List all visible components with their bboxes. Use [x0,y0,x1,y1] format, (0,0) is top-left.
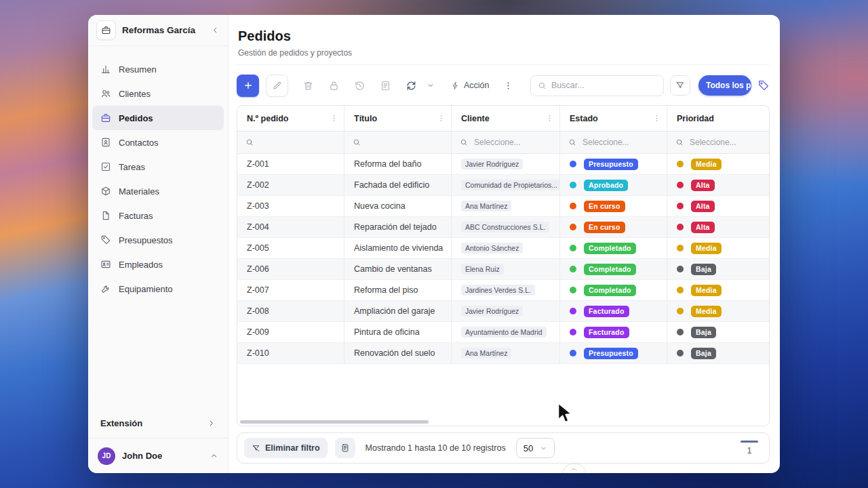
cell-priority[interactable]: Alta [667,175,769,195]
cell-client[interactable]: Ana Martínez [452,196,560,216]
cell-client[interactable]: Javier Rodríguez [452,301,560,321]
sidebar-item-facturas[interactable]: Facturas [92,203,224,228]
cell-title[interactable]: Cambio de ventanas [344,259,452,279]
cell-priority[interactable]: Alta [667,196,769,216]
cell-priority[interactable]: Alta [667,217,769,237]
bottom-notch-handle[interactable] [563,464,586,473]
column-filter-input[interactable]: Seleccione... [667,131,769,153]
sidebar-item-empleados[interactable]: Empleados [92,252,224,277]
column-menu-button[interactable] [545,114,554,123]
horizontal-scrollbar-thumb[interactable] [240,420,429,424]
cell-title[interactable]: Aislamiento de vivienda [344,238,452,258]
sidebar-item-extension[interactable]: Extensión [88,408,228,438]
edit-button[interactable] [266,75,288,97]
cell-status[interactable]: En curso [560,196,667,216]
cell-order-id[interactable]: Z-009 [237,322,344,342]
cell-title[interactable]: Ampliación del garaje [344,301,452,321]
sidebar-collapse-button[interactable] [211,26,220,35]
cell-title[interactable]: Reforma del baño [344,154,452,174]
search-input[interactable]: Buscar... [530,75,664,96]
toolbar-kebab-button[interactable] [503,81,513,91]
cell-status[interactable]: Completado [560,280,667,300]
cell-order-id[interactable]: Z-005 [237,238,344,258]
column-header-t-tulo[interactable]: Título [344,106,452,131]
cell-client[interactable]: Antonio Sánchez [452,238,560,258]
cell-status[interactable]: Completado [560,238,667,258]
table-row[interactable]: Z-001 Reforma del baño Javier Rodríguez … [237,154,769,175]
cell-order-id[interactable]: Z-010 [237,343,344,363]
log-button[interactable] [380,80,391,92]
sidebar-item-materiales[interactable]: Materiales [92,179,224,203]
sidebar-item-presupuestos[interactable]: Presupuestos [92,228,224,252]
cell-title[interactable]: Fachada del edificio [344,175,452,195]
cell-client[interactable]: Ayuntamiento de Madrid [452,322,560,342]
table-row[interactable]: Z-007 Reforma del piso Jardines Verdes S… [237,280,769,301]
cell-status[interactable]: Facturado [560,322,667,342]
filter-button[interactable] [670,75,690,96]
column-filter-input[interactable] [237,131,344,153]
table-row[interactable]: Z-006 Cambio de ventanas Elena Ruiz Comp… [237,259,769,280]
cell-status[interactable]: Facturado [560,301,667,321]
delete-button[interactable] [302,80,314,92]
cell-status[interactable]: Aprobado [560,175,667,195]
tag-view-button[interactable] [757,79,770,92]
sidebar-item-resumen[interactable]: Resumen [92,57,224,81]
column-menu-button[interactable] [437,114,446,123]
cell-priority[interactable]: Baja [667,259,769,279]
column-header-prioridad[interactable]: Prioridad [667,106,769,131]
table-row[interactable]: Z-002 Fachada del edificio Comunidad de … [237,175,769,196]
column-menu-button[interactable] [652,114,661,123]
cell-status[interactable]: Completado [560,259,667,279]
cell-priority[interactable]: Baja [667,322,769,342]
cell-client[interactable]: Javier Rodríguez [452,154,560,174]
column-filter-input[interactable]: Seleccione... [452,131,560,153]
table-row[interactable]: Z-004 Reparación del tejado ABC Construc… [237,217,769,238]
history-button[interactable] [354,80,366,92]
refresh-dropdown-button[interactable] [427,81,435,89]
column-header-n-pedido[interactable]: N.º pedido [237,106,344,131]
table-row[interactable]: Z-009 Pintura de oficina Ayuntamiento de… [237,322,769,343]
cell-status[interactable]: En curso [560,217,667,237]
cell-order-id[interactable]: Z-008 [237,301,344,321]
cell-priority[interactable]: Media [667,154,769,174]
cell-title[interactable]: Renovación del suelo [344,343,452,363]
table-row[interactable]: Z-003 Nueva cocina Ana Martínez En curso… [237,196,769,217]
cell-order-id[interactable]: Z-004 [237,217,344,237]
cell-title[interactable]: Reforma del piso [344,280,452,300]
column-header-cliente[interactable]: Cliente [452,106,560,131]
lock-button[interactable] [328,80,340,92]
column-filter-input[interactable] [344,131,452,153]
sidebar-item-pedidos[interactable]: Pedidos [92,106,224,130]
sidebar-item-clientes[interactable]: Clientes [92,81,224,106]
column-header-estado[interactable]: Estado [560,106,667,131]
cell-priority[interactable]: Media [667,280,769,300]
page-size-select[interactable]: 50 [516,438,555,458]
action-menu-button[interactable]: Acción [451,81,490,90]
cell-client[interactable]: Comunidad de Propietarios... [452,175,560,195]
cell-client[interactable]: Ana Martínez [452,343,560,363]
view-selector-button[interactable]: Todos los pedidos [698,75,751,96]
table-row[interactable]: Z-010 Renovación del suelo Ana Martínez … [237,343,769,364]
cell-order-id[interactable]: Z-003 [237,196,344,216]
cell-title[interactable]: Nueva cocina [344,196,452,216]
cell-order-id[interactable]: Z-001 [237,154,344,174]
column-filter-input[interactable]: Seleccione... [560,131,667,153]
cell-title[interactable]: Pintura de oficina [344,322,452,342]
cell-client[interactable]: Jardines Verdes S.L. [452,280,560,300]
copy-records-button[interactable] [335,438,355,458]
refresh-button[interactable] [406,80,417,92]
cell-priority[interactable]: Media [667,238,769,258]
table-row[interactable]: Z-005 Aislamiento de vivienda Antonio Sá… [237,238,769,259]
cell-order-id[interactable]: Z-007 [237,280,344,300]
user-menu[interactable]: JD John Doe [88,438,228,473]
cell-status[interactable]: Presupuesto [560,343,667,363]
add-record-button[interactable] [237,75,259,97]
cell-title[interactable]: Reparación del tejado [344,217,452,237]
cell-client[interactable]: Elena Ruiz [452,259,560,279]
table-row[interactable]: Z-008 Ampliación del garaje Javier Rodrí… [237,301,769,322]
cell-order-id[interactable]: Z-002 [237,175,344,195]
sidebar-item-equipamiento[interactable]: Equipamiento [92,277,224,301]
cell-order-id[interactable]: Z-006 [237,259,344,279]
pagination-page-1[interactable]: 1 [741,441,762,455]
column-menu-button[interactable] [330,114,338,123]
